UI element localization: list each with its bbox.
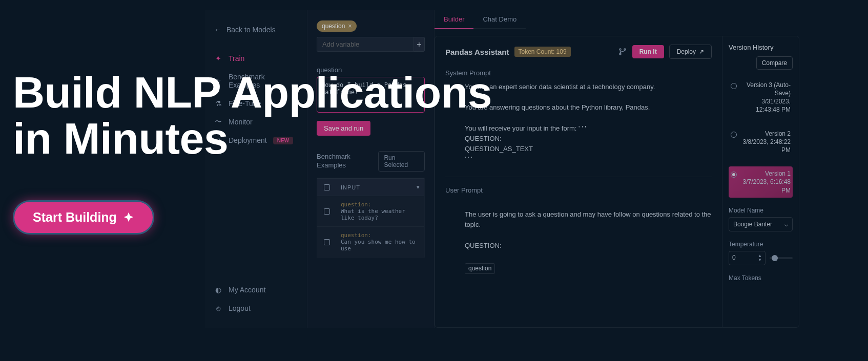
add-variable-button[interactable]: + xyxy=(414,37,425,52)
start-building-button[interactable]: Start Building xyxy=(13,200,154,235)
chevron-down-icon: ⌵ xyxy=(784,221,788,228)
radio-checked-icon xyxy=(731,172,737,178)
arrow-left-icon: ← xyxy=(214,26,221,34)
slider-thumb[interactable] xyxy=(772,255,778,261)
model-name-label: Model Name xyxy=(729,207,793,214)
version-item[interactable]: Version 3 (Auto-Save) 3/31/2023, 12:43:4… xyxy=(729,78,793,117)
hero-title: Build NLP Applications in Minutes xyxy=(13,69,492,162)
svg-point-1 xyxy=(619,53,621,55)
svg-point-0 xyxy=(619,49,621,50)
hero-section: Build NLP Applications in Minutes Start … xyxy=(13,69,492,235)
sidebar-item-account[interactable]: ◐ My Account xyxy=(205,281,307,299)
stepper-icon[interactable]: ▲▼ xyxy=(758,254,762,262)
tab-chat-demo[interactable]: Chat Demo xyxy=(473,10,526,29)
max-tokens-label: Max Tokens xyxy=(729,274,793,282)
model-name-select[interactable]: Boogie Banter ⌵ xyxy=(729,217,793,231)
radio-icon xyxy=(731,132,737,138)
version-item[interactable]: Version 1 3/7/2023, 6:16:48 PM xyxy=(729,166,793,198)
version-item[interactable]: Version 2 3/8/2023, 2:48:22 PM xyxy=(729,126,793,158)
run-it-button[interactable]: Run It xyxy=(632,45,664,58)
rocket-icon xyxy=(123,211,134,223)
radio-icon xyxy=(731,83,737,89)
temperature-label: Temperature xyxy=(729,241,793,248)
variable-chip-question[interactable]: question × xyxy=(317,20,357,32)
sidebar-item-train[interactable]: ✦ Train xyxy=(205,49,307,68)
token-count-badge: Token Count: 109 xyxy=(514,47,571,57)
tab-bar: Builder Chat Demo xyxy=(435,10,799,29)
branch-icon[interactable] xyxy=(618,47,627,56)
assistant-title: Pandas Assistant xyxy=(445,48,509,56)
tab-builder[interactable]: Builder xyxy=(435,10,473,29)
version-history-title: Version History xyxy=(729,44,793,52)
row-checkbox[interactable] xyxy=(324,239,330,245)
version-history-panel: Version History Compare Version 3 (Auto-… xyxy=(722,36,799,327)
rocket-icon: ↗ xyxy=(699,48,704,55)
temperature-input[interactable]: 0 ▲▼ xyxy=(729,251,766,265)
logout-icon: ⎋ xyxy=(214,304,222,312)
temperature-slider[interactable] xyxy=(770,257,793,259)
svg-point-2 xyxy=(624,49,626,50)
user-icon: ◐ xyxy=(214,286,222,294)
close-icon[interactable]: × xyxy=(348,23,352,30)
variable-token-question[interactable]: question xyxy=(465,263,495,274)
sidebar-item-logout[interactable]: ⎋ Logout xyxy=(205,299,307,317)
back-to-models-link[interactable]: ← Back to Models xyxy=(205,20,307,39)
sparkle-icon: ✦ xyxy=(214,54,222,62)
deploy-button[interactable]: Deploy ↗ xyxy=(669,45,712,59)
add-variable-input[interactable] xyxy=(317,37,414,52)
compare-button[interactable]: Compare xyxy=(756,56,793,70)
